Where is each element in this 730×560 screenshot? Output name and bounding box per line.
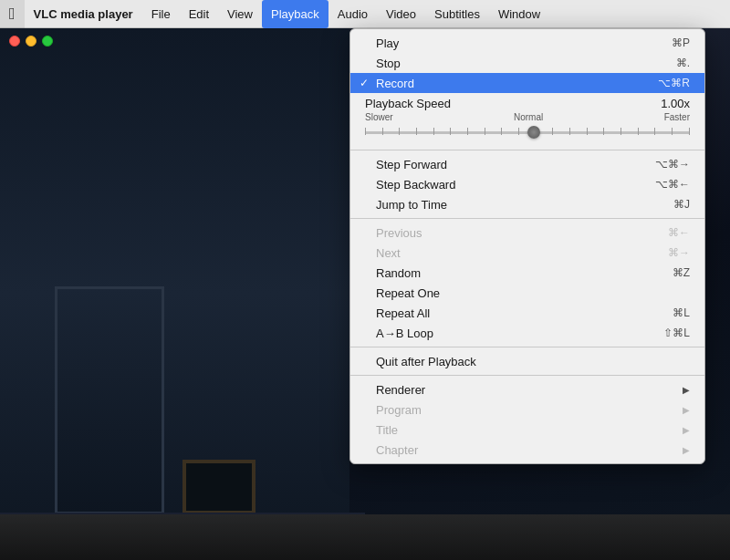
menu-item-quit-after-playback-label: Quit after Playback bbox=[376, 355, 476, 368]
menubar-video[interactable]: Video bbox=[377, 0, 425, 28]
menu-item-jump-to-time-label: Jump to Time bbox=[376, 198, 447, 212]
menu-item-repeat-all-label: Repeat All bbox=[376, 306, 430, 320]
menu-item-stop-label: Stop bbox=[376, 57, 401, 70]
menu-item-title-label: Title bbox=[376, 423, 398, 437]
traffic-lights bbox=[9, 28, 53, 47]
menu-item-repeat-all-shortcut: ⌘L bbox=[673, 306, 690, 319]
speed-slower-label: Slower bbox=[365, 112, 393, 122]
door-frame-decoration bbox=[55, 286, 164, 514]
menubar-view[interactable]: View bbox=[218, 0, 262, 28]
speed-slider[interactable] bbox=[365, 124, 690, 140]
separator-1 bbox=[350, 150, 704, 150]
menu-item-renderer-label: Renderer bbox=[376, 383, 425, 397]
menubar-subtitles[interactable]: Subtitles bbox=[425, 0, 489, 28]
menu-item-record[interactable]: ✓ Record ⌥⌘R bbox=[350, 73, 704, 93]
menu-item-chapter[interactable]: Chapter ▶ bbox=[350, 440, 704, 460]
menu-item-jump-to-time[interactable]: Jump to Time ⌘J bbox=[350, 194, 704, 214]
separator-4 bbox=[350, 375, 704, 376]
menu-item-next-shortcut: ⌘→ bbox=[668, 246, 690, 259]
menu-item-previous-label: Previous bbox=[376, 226, 422, 240]
menu-item-stop-shortcut: ⌘. bbox=[676, 57, 690, 69]
separator-2 bbox=[350, 218, 704, 219]
bottom-control-bar bbox=[0, 514, 730, 560]
speed-track bbox=[365, 131, 690, 134]
menu-item-previous[interactable]: Previous ⌘← bbox=[350, 223, 704, 243]
menu-item-repeat-one[interactable]: Repeat One bbox=[350, 283, 704, 303]
playback-speed-section: Playback Speed 1.00x Slower Normal Faste… bbox=[350, 93, 704, 146]
menubar-window[interactable]: Window bbox=[489, 0, 549, 28]
playback-menu-dropdown: Play ⌘P Stop ⌘. ✓ Record ⌥⌘R Playback Sp… bbox=[349, 28, 705, 464]
menubar:  VLC media player File Edit View Playba… bbox=[0, 0, 730, 28]
speed-normal-label: Normal bbox=[514, 112, 543, 122]
menu-item-step-forward[interactable]: Step Forward ⌥⌘→ bbox=[350, 154, 704, 174]
menu-item-step-backward-label: Step Backward bbox=[376, 178, 455, 192]
apple-menu[interactable]:  bbox=[0, 0, 25, 28]
menu-item-previous-shortcut: ⌘← bbox=[668, 226, 690, 239]
menubar-vlc[interactable]: VLC media player bbox=[25, 0, 142, 28]
menubar-playback[interactable]: Playback bbox=[262, 0, 328, 28]
separator-3 bbox=[350, 347, 704, 347]
speed-thumb[interactable] bbox=[527, 126, 540, 139]
menu-item-play-label: Play bbox=[376, 36, 399, 50]
speed-value: 1.00x bbox=[661, 97, 690, 110]
menubar-audio[interactable]: Audio bbox=[328, 0, 377, 28]
menu-item-program[interactable]: Program ▶ bbox=[350, 399, 704, 420]
menu-item-step-forward-label: Step Forward bbox=[376, 158, 447, 171]
menu-item-next[interactable]: Next ⌘→ bbox=[350, 243, 704, 263]
menu-item-play-shortcut: ⌘P bbox=[672, 36, 690, 49]
menu-item-stop[interactable]: Stop ⌘. bbox=[350, 53, 704, 73]
record-checkmark: ✓ bbox=[360, 77, 369, 89]
menu-item-step-backward[interactable]: Step Backward ⌥⌘← bbox=[350, 174, 704, 194]
menu-item-random[interactable]: Random ⌘Z bbox=[350, 263, 704, 283]
menu-item-repeat-all[interactable]: Repeat All ⌘L bbox=[350, 303, 704, 323]
menubar-file[interactable]: File bbox=[142, 0, 180, 28]
wall-background bbox=[0, 28, 349, 560]
menu-item-ab-loop[interactable]: A→B Loop ⇧⌘L bbox=[350, 323, 704, 343]
menu-item-chapter-label: Chapter bbox=[376, 443, 418, 457]
menu-item-record-label: Record bbox=[376, 77, 414, 90]
menu-item-next-label: Next bbox=[376, 246, 401, 260]
minimize-button[interactable] bbox=[26, 36, 36, 47]
menu-item-play[interactable]: Play ⌘P bbox=[350, 33, 704, 53]
renderer-submenu-arrow: ▶ bbox=[683, 385, 690, 395]
menu-item-ab-loop-label: A→B Loop bbox=[376, 327, 433, 340]
menu-item-renderer[interactable]: Renderer ▶ bbox=[350, 379, 704, 399]
menu-item-repeat-one-label: Repeat One bbox=[376, 286, 440, 300]
menu-item-record-shortcut: ⌥⌘R bbox=[658, 77, 690, 89]
menu-item-ab-loop-shortcut: ⇧⌘L bbox=[663, 327, 690, 339]
menu-item-random-label: Random bbox=[376, 266, 421, 280]
picture-frame-decoration bbox=[182, 460, 256, 514]
menu-item-step-backward-shortcut: ⌥⌘← bbox=[655, 178, 690, 191]
speed-faster-label: Faster bbox=[664, 112, 690, 122]
menu-item-quit-after-playback[interactable]: Quit after Playback bbox=[350, 351, 704, 371]
program-submenu-arrow: ▶ bbox=[683, 405, 690, 415]
title-submenu-arrow: ▶ bbox=[683, 425, 690, 435]
menu-item-title[interactable]: Title ▶ bbox=[350, 420, 704, 440]
menubar-edit[interactable]: Edit bbox=[180, 0, 218, 28]
menu-item-jump-to-time-shortcut: ⌘J bbox=[673, 198, 690, 211]
menu-item-step-forward-shortcut: ⌥⌘→ bbox=[655, 158, 690, 171]
menu-item-program-label: Program bbox=[376, 403, 422, 417]
chapter-submenu-arrow: ▶ bbox=[683, 445, 690, 455]
close-button[interactable] bbox=[9, 36, 20, 47]
menu-item-random-shortcut: ⌘Z bbox=[673, 266, 690, 279]
maximize-button[interactable] bbox=[42, 36, 53, 47]
speed-label: Playback Speed bbox=[365, 97, 451, 110]
